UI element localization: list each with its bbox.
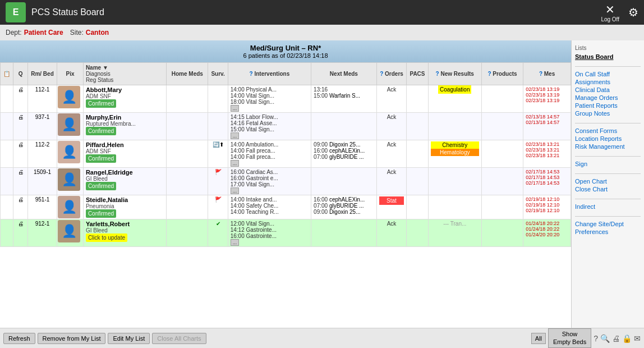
- surv-cell: 🔄⬆: [208, 140, 228, 168]
- orders-cell: Stat: [376, 195, 407, 219]
- bottom-bar: Refresh Remove from My List Edit My List…: [0, 328, 644, 348]
- pacs-cell: [407, 195, 428, 219]
- sidebar-item-assignments[interactable]: Assignments: [575, 78, 641, 86]
- table-row[interactable]: 🖨 951-1 👤 Steidle,Natalia Pneumonia Conf…: [1, 195, 571, 219]
- name-cell[interactable]: Murphy,Erin Ruptured Membra... Confirmed: [83, 113, 166, 140]
- content-area: Med/Surg Unit – RN* 6 patients as of 02/…: [0, 40, 571, 328]
- rm-bed-cell: 951-1: [27, 195, 57, 219]
- patient-diagnosis: Ruptured Membra...: [86, 121, 164, 127]
- table-row[interactable]: 🖨 912-1 👤 Yarletts,Robert GI Bleed Click…: [1, 219, 571, 247]
- interventions-cell[interactable]: 16:00 Cardiac As...16:00 Gastroint e...1…: [228, 168, 311, 195]
- patient-name: Abbott,Mary: [86, 86, 164, 93]
- print-queue-icon: 🖨: [18, 86, 24, 93]
- sidebar-item-manage-orders[interactable]: Manage Orders: [575, 94, 641, 102]
- table-row[interactable]: 🖨 937-1 👤 Murphy,Erin Ruptured Membra...…: [1, 113, 571, 140]
- edit-my-list-button[interactable]: Edit My List: [108, 333, 150, 344]
- patient-table: 📋 Q Rm/ Bed Pix Name ▼ Diagnosis Reg Sta…: [0, 62, 571, 247]
- home-meds-cell: [167, 140, 208, 168]
- new-results-cell: [428, 113, 481, 140]
- q-cell: 🖨: [13, 168, 27, 195]
- sidebar-item-indirect[interactable]: Indirect: [575, 203, 641, 210]
- pacs-cell: [407, 219, 428, 247]
- patient-reg-status[interactable]: Confirmed: [86, 210, 164, 217]
- patient-reg-status[interactable]: Click to update: [86, 235, 164, 241]
- patient-reg-status[interactable]: Confirmed: [86, 128, 164, 134]
- question-icon[interactable]: ?: [594, 334, 598, 343]
- table-row[interactable]: 🖨 112-2 👤 Piffard,Helen ADM SNF Confirme…: [1, 140, 571, 168]
- q-cell: 🖨: [13, 219, 27, 247]
- col-home-meds: Home Meds: [167, 63, 208, 85]
- next-meds-cell[interactable]: [311, 113, 377, 140]
- patient-diagnosis: ADM SNF: [86, 93, 164, 99]
- col-mes: ? Mes: [523, 63, 571, 85]
- patient-reg-status[interactable]: Confirmed: [86, 155, 164, 162]
- name-cell[interactable]: Piffard,Helen ADM SNF Confirmed: [83, 140, 166, 168]
- new-results-cell: Coagulation: [428, 85, 481, 113]
- mail-icon[interactable]: ✉: [634, 334, 641, 343]
- remove-from-list-button[interactable]: Remove from My List: [38, 333, 106, 344]
- interventions-cell[interactable]: 14:00 Physical A...14:00 Vital Sign...18…: [228, 85, 311, 113]
- interventions-cell[interactable]: 14:00 Intake and...14:00 Safety Che...14…: [228, 195, 311, 219]
- all-button[interactable]: All: [531, 333, 546, 344]
- next-meds-cell[interactable]: 09:00 Digoxin 25...16:00 cephALEXin...07…: [311, 140, 377, 168]
- show-empty-beds-button[interactable]: ShowEmpty Beds: [548, 328, 591, 347]
- timestamp-cell: 02/13/18 14:5702/13/18 14:57: [523, 113, 571, 140]
- unit-subtitle: 6 patients as of 02/23/18 14:18: [3, 52, 568, 59]
- sidebar-item-close-chart[interactable]: Close Chart: [575, 185, 641, 193]
- logoff-button[interactable]: ✕ Log Off: [601, 3, 619, 22]
- sidebar-item-risk-management[interactable]: Risk Management: [575, 143, 641, 150]
- close-all-charts-button[interactable]: Close All Charts: [152, 333, 206, 344]
- patient-table-wrapper[interactable]: 📋 Q Rm/ Bed Pix Name ▼ Diagnosis Reg Sta…: [0, 62, 571, 328]
- sidebar-item-sign[interactable]: Sign: [575, 160, 641, 168]
- col-products: ? Products: [481, 63, 523, 85]
- refresh-button[interactable]: Refresh: [3, 333, 35, 344]
- search-icon[interactable]: 🔍: [600, 334, 610, 343]
- col-interventions: ? Interventions: [228, 63, 311, 85]
- name-cell[interactable]: Abbott,Mary ADM SNF Confirmed: [83, 85, 166, 113]
- settings-button[interactable]: ⚙: [628, 6, 638, 19]
- orders-cell: Ack: [376, 219, 407, 247]
- sidebar-item-open-chart[interactable]: Open Chart: [575, 177, 641, 185]
- interventions-cell[interactable]: 12:00 Vital Sign...14:12 Gastrointe...16…: [228, 219, 311, 247]
- timestamp-cell: 02/19/18 12:1002/19/18 12:1002/19/18 12:…: [523, 195, 571, 219]
- sidebar-item-change-site[interactable]: Change Site/Dept: [575, 220, 641, 228]
- name-cell[interactable]: Steidle,Natalia Pneumonia Confirmed: [83, 195, 166, 219]
- pacs-cell: [407, 140, 428, 168]
- print-queue-icon: 🖨: [18, 141, 24, 148]
- interventions-cell[interactable]: 14:15 Labor Flow...14:16 Fetal Asse...15…: [228, 113, 311, 140]
- col-scroll: 📋: [1, 63, 13, 85]
- patient-reg-status[interactable]: Confirmed: [86, 100, 164, 107]
- name-cell[interactable]: Rangel,Eldridge GI Bleed Confirmed: [83, 168, 166, 195]
- table-row[interactable]: 🖨 112-1 👤 Abbott,Mary ADM SNF Confirmed …: [1, 85, 571, 113]
- sidebar-item-clinical-data[interactable]: Clinical Data: [575, 86, 641, 94]
- sidebar-item-consent-forms[interactable]: Consent Forms: [575, 127, 641, 135]
- table-row[interactable]: 🖨 1509-1 👤 Rangel,Eldridge GI Bleed Conf…: [1, 168, 571, 195]
- rm-bed-cell: 1509-1: [27, 168, 57, 195]
- name-cell[interactable]: Yarletts,Robert GI Bleed Click to update: [83, 219, 166, 247]
- sidebar-item-group-notes[interactable]: Group Notes: [575, 109, 641, 117]
- next-meds-cell[interactable]: [311, 219, 377, 247]
- scroll-cell: [1, 168, 13, 195]
- pix-cell: 👤: [57, 140, 84, 168]
- timestamp-cell: 02/23/18 13:1902/23/18 13:1902/23/18 13:…: [523, 85, 571, 113]
- next-meds-cell[interactable]: 13:16 15:00 Warfarin S...: [311, 85, 377, 113]
- avatar-icon: 👤: [62, 172, 77, 187]
- print-queue-icon: 🖨: [18, 169, 24, 175]
- pix-cell: 👤: [57, 113, 84, 140]
- col-name[interactable]: Name ▼ Diagnosis Reg Status: [83, 63, 166, 85]
- sidebar-item-patient-reports[interactable]: Patient Reports: [575, 102, 641, 109]
- sidebar-item-preferences[interactable]: Preferences: [575, 228, 641, 236]
- lock-icon[interactable]: 🔒: [622, 334, 632, 343]
- next-meds-cell[interactable]: 16:00 cephALEXin...07:00 glyBURIDE ...09…: [311, 195, 377, 219]
- next-meds-cell[interactable]: [311, 168, 377, 195]
- patient-name: Steidle,Natalia: [86, 196, 164, 203]
- print-icon[interactable]: 🖨: [612, 334, 620, 343]
- pacs-cell: [407, 113, 428, 140]
- sidebar-item-status-board[interactable]: Status Board: [575, 53, 641, 61]
- surv-cell: [208, 85, 228, 113]
- sidebar-item-location-reports[interactable]: Location Reports: [575, 135, 641, 143]
- col-pix: Pix: [57, 63, 84, 85]
- patient-reg-status[interactable]: Confirmed: [86, 183, 164, 189]
- sidebar-item-on-call-staff[interactable]: On Call Staff: [575, 70, 641, 78]
- interventions-cell[interactable]: 14:00 Ambulation...14:00 Fall preca...14…: [228, 140, 311, 168]
